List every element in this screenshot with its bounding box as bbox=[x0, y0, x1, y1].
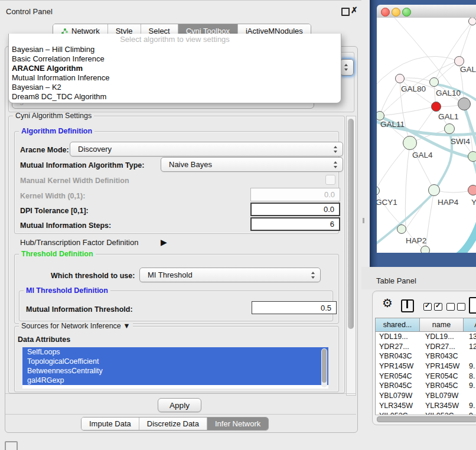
table-row[interactable]: YLR345WYLR345W9. bbox=[376, 401, 476, 411]
algorithm-option[interactable]: Dream8 DC_TDC Algorithm bbox=[9, 92, 341, 102]
network-window-titlebar[interactable] bbox=[377, 5, 476, 18]
attribute-item-selected[interactable]: SelfLoops bbox=[22, 347, 328, 357]
collapsed-arrow-icon[interactable]: ▶ bbox=[161, 237, 167, 247]
attribute-item-selected[interactable]: BetweennessCentrality bbox=[22, 366, 328, 376]
manual-kernel-checkbox[interactable] bbox=[325, 175, 335, 185]
attribute-item-selected[interactable]: gal4RGexp bbox=[22, 376, 328, 385]
split-columns-icon[interactable] bbox=[401, 299, 414, 312]
minimize-window-icon[interactable] bbox=[392, 8, 400, 17]
network-node-gal80[interactable] bbox=[395, 74, 405, 83]
network-node-hap4[interactable] bbox=[428, 184, 440, 196]
dock-panel-icon[interactable] bbox=[5, 441, 18, 450]
cell: YBL079W bbox=[379, 392, 412, 400]
document-icon[interactable] bbox=[469, 297, 476, 314]
zoom-window-icon[interactable] bbox=[402, 8, 411, 17]
table-row[interactable]: YBR045CYBR045C9. bbox=[376, 381, 476, 391]
cell: 12 bbox=[469, 343, 476, 351]
aracne-mode-combo[interactable]: Discovery bbox=[70, 142, 343, 156]
network-node-gal1[interactable] bbox=[431, 102, 441, 112]
table-row[interactable]: YDR27...YDR27...12 bbox=[376, 342, 476, 352]
mi-threshold-field[interactable]: 0.5 bbox=[252, 301, 337, 314]
network-node-hap2[interactable] bbox=[397, 224, 406, 234]
network-node-gal4[interactable] bbox=[403, 136, 417, 150]
apply-button[interactable]: Apply bbox=[158, 398, 201, 412]
algorithm-option[interactable]: Basic Correlation Inference bbox=[9, 54, 341, 64]
tab-impute-data[interactable]: Impute Data bbox=[81, 418, 139, 430]
node-label: SWI4 bbox=[451, 137, 470, 146]
hub-definition-toggle[interactable]: Hub/Transcription Factor Definition bbox=[20, 238, 138, 247]
node-label: GAL10 bbox=[436, 89, 461, 97]
table-horizontal-scrollbar[interactable] bbox=[375, 415, 476, 422]
table-panel-box: ⚙ shared...nameA YDL19...YDL19...13YDR27… bbox=[372, 291, 476, 425]
checked-checkbox-icon bbox=[434, 303, 442, 311]
network-node[interactable] bbox=[458, 97, 471, 110]
close-window-icon[interactable] bbox=[381, 8, 390, 17]
scrollbar-thumb[interactable] bbox=[322, 349, 327, 383]
dropdown-placeholder: Select algorithm to view settings bbox=[9, 35, 341, 45]
spinner-arrows-icon bbox=[344, 64, 349, 71]
node-label: HAP4 bbox=[438, 198, 458, 207]
network-node-gal10[interactable] bbox=[429, 77, 439, 87]
cell: 9. bbox=[469, 362, 475, 370]
data-attributes-list[interactable]: SelfLoopsTopologicalCoefficientBetweenne… bbox=[22, 347, 328, 389]
deselect-all-icon[interactable] bbox=[446, 303, 465, 311]
column-header-A[interactable]: A bbox=[464, 318, 476, 332]
select-all-icon[interactable] bbox=[423, 303, 442, 311]
cyni-settings-title: Cyni Algorithm Settings bbox=[13, 112, 94, 120]
settings-scrollbar[interactable] bbox=[346, 116, 356, 396]
attribute-item-selected[interactable]: TopologicalCoefficient bbox=[22, 357, 328, 366]
node-label: GAL bbox=[460, 65, 476, 74]
application-window: Control Panel ✗ NetworkStyleSelectCyni T… bbox=[0, 0, 476, 450]
tab-label: Infer Network bbox=[215, 419, 260, 428]
column-header-name[interactable]: name bbox=[420, 318, 464, 332]
table-row[interactable]: YPR145WYPR145W9. bbox=[376, 361, 476, 371]
settings-gear-icon[interactable]: ⚙ bbox=[382, 297, 393, 309]
node-label: GAL11 bbox=[380, 120, 405, 129]
algorithm-option[interactable]: Bayesian – K2 bbox=[9, 83, 341, 92]
network-node-swi4[interactable] bbox=[444, 123, 455, 134]
cell: YBL079W bbox=[425, 392, 458, 400]
mi-type-combo[interactable]: Naive Bayes bbox=[161, 157, 343, 172]
divider bbox=[5, 393, 356, 394]
algorithm-combo-fragment[interactable] bbox=[340, 59, 354, 76]
close-panel-icon[interactable]: ✗ bbox=[351, 5, 358, 15]
algorithm-option[interactable]: ARACNE Algorithm bbox=[9, 64, 341, 73]
table-panel-header: Table Panel bbox=[361, 267, 476, 289]
table-row[interactable]: YDL19...YDL19...13 bbox=[376, 332, 476, 342]
network-node[interactable] bbox=[420, 246, 430, 253]
table-row[interactable]: YBL079WYBL079W bbox=[376, 391, 476, 401]
tab-infer-network[interactable]: Infer Network bbox=[207, 418, 268, 430]
cell: YBR045C bbox=[379, 381, 412, 390]
network-canvas[interactable]: GALGAL80GAL10GAL1GAL11SWI4GAL4GCY1HAP4YH… bbox=[377, 18, 476, 253]
algorithm-dropdown-popup: Select algorithm to view settings Bayesi… bbox=[8, 34, 341, 103]
scrollbar-thumb[interactable] bbox=[377, 416, 476, 422]
column-header-shared[interactable]: shared... bbox=[375, 318, 420, 332]
top-divider bbox=[0, 0, 361, 1]
aracne-mode-value: Discovery bbox=[78, 145, 112, 154]
algorithm-option[interactable]: Mutual Information Inference bbox=[9, 73, 341, 83]
node-label: HAP2 bbox=[406, 236, 426, 245]
float-window-icon[interactable] bbox=[341, 8, 350, 16]
network-node[interactable] bbox=[468, 18, 476, 25]
scrollbar-thumb[interactable] bbox=[348, 119, 354, 329]
table-body[interactable]: YDL19...YDL19...13YDR27...YDR27...12YBR0… bbox=[375, 332, 476, 415]
mi-type-value: Naive Bayes bbox=[169, 160, 212, 169]
table-row[interactable]: YER054CYER054C8. bbox=[376, 371, 476, 381]
which-threshold-combo[interactable]: MI Threshold bbox=[139, 268, 321, 282]
algorithm-option[interactable]: Bayesian – Hill Climbing bbox=[9, 45, 341, 54]
tab-discretize-data[interactable]: Discretize Data bbox=[139, 418, 207, 430]
table-header-row: shared...nameA bbox=[375, 318, 476, 332]
node-label: Y bbox=[471, 198, 476, 207]
dpi-tolerance-field[interactable]: 0.0 bbox=[250, 203, 340, 216]
sources-title[interactable]: Sources for Network Inference ▼ bbox=[19, 322, 133, 330]
attribute-list-scrollbar[interactable] bbox=[321, 348, 327, 387]
network-node-y[interactable] bbox=[468, 185, 476, 195]
algorithm-definition-title: Algorithm Definition bbox=[19, 128, 94, 135]
mi-steps-field[interactable]: 6 bbox=[250, 217, 340, 231]
network-node[interactable] bbox=[468, 151, 476, 162]
data-attributes-label: Data Attributes bbox=[18, 335, 70, 344]
table-row[interactable]: YBR043CYBR043C bbox=[376, 351, 476, 361]
splitter-handle[interactable] bbox=[363, 218, 364, 223]
kernel-width-field[interactable]: 0.0 bbox=[250, 188, 340, 201]
network-node-gal[interactable] bbox=[454, 56, 464, 66]
